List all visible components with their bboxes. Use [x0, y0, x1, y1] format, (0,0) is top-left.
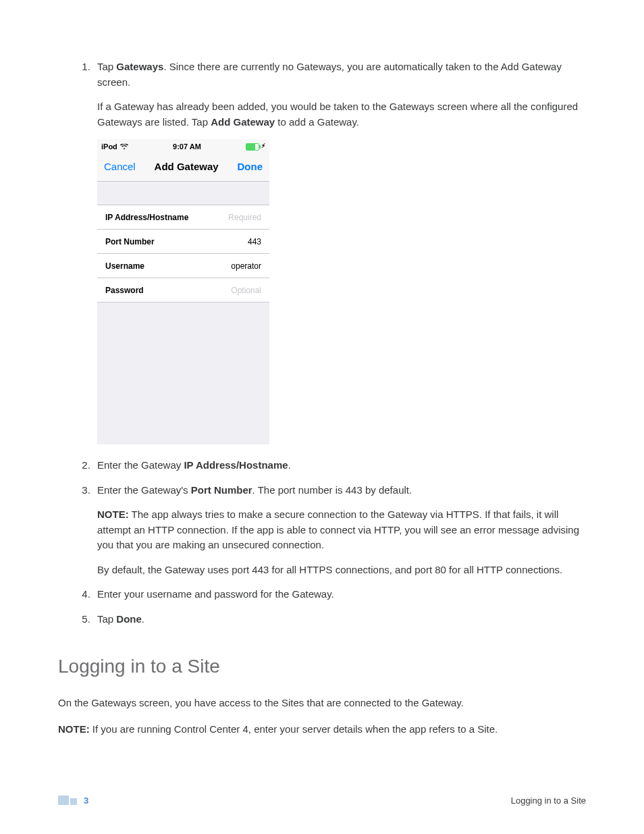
status-bar: iPod 9:07 AM ⚡︎ [97, 139, 269, 153]
text: Enter the Gateway's [97, 484, 191, 496]
field-password-placeholder: Optional [231, 284, 261, 296]
gateway-form: IP Address/Hostname Required Port Number… [97, 205, 269, 303]
form-spacer [97, 182, 269, 205]
field-ip[interactable]: IP Address/Hostname Required [97, 205, 269, 230]
section-heading-logging-in: Logging in to a Site [58, 652, 586, 681]
status-left: iPod [101, 141, 128, 153]
bold-done: Done [116, 613, 142, 625]
field-ip-label: IP Address/Hostname [105, 211, 188, 224]
field-username-value: operator [231, 260, 261, 272]
step-4: Enter your username and password for the… [93, 587, 586, 602]
status-right: ⚡︎ [246, 142, 265, 151]
step-3-note: NOTE: The app always tries to make a sec… [97, 507, 586, 553]
text: Enter the Gateway [97, 459, 184, 471]
field-username-label: Username [105, 260, 144, 272]
step-3-text: Enter the Gateway's Port Number. The por… [97, 483, 586, 498]
done-button[interactable]: Done [237, 159, 263, 175]
cancel-button[interactable]: Cancel [104, 159, 136, 175]
charging-icon: ⚡︎ [261, 142, 265, 151]
field-port[interactable]: Port Number 443 [97, 230, 269, 254]
field-username[interactable]: Username operator [97, 254, 269, 278]
field-ip-placeholder: Required [228, 211, 261, 224]
step-3-text-b: By default, the Gateway uses port 443 fo… [97, 563, 586, 578]
footer-left: 3 [58, 794, 88, 808]
field-password[interactable]: Password Optional [97, 278, 269, 302]
text: . Since there are currently no Gateways,… [97, 61, 562, 88]
step-2: Enter the Gateway IP Address/Hostname. [93, 458, 586, 473]
footer-section-title: Logging in to a Site [511, 794, 586, 808]
step-3: Enter the Gateway's Port Number. The por… [93, 483, 586, 578]
step-1: Tap Gateways. Since there are currently … [93, 59, 586, 444]
field-port-label: Port Number [105, 236, 155, 248]
nav-bar: Cancel Add Gateway Done [97, 153, 269, 182]
step-1-text-b: If a Gateway has already been added, you… [97, 99, 586, 130]
footer-logo-icon [58, 796, 77, 805]
section-paragraph-1: On the Gateways screen, you have access … [58, 696, 586, 711]
phone-screenshot: iPod 9:07 AM ⚡︎ Cancel [97, 139, 269, 444]
text: . The port number is 443 by default. [252, 484, 412, 496]
wifi-icon [120, 144, 128, 150]
text: Tap [97, 613, 116, 625]
text: . [142, 613, 144, 625]
note-text: The app always tries to make a secure co… [97, 509, 579, 550]
step-1-text: Tap Gateways. Since there are currently … [97, 59, 586, 90]
bold-port-number: Port Number [191, 484, 252, 496]
page-number: 3 [84, 794, 88, 808]
field-password-label: Password [105, 284, 144, 296]
text: Enter your username and password for the… [97, 588, 334, 600]
field-port-value: 443 [248, 236, 261, 248]
text: Tap [97, 61, 116, 72]
text: to add a Gateway. [275, 116, 359, 128]
section-note: NOTE: If you are running Control Center … [58, 722, 586, 737]
note-label: NOTE: [58, 723, 90, 735]
text: . [288, 459, 291, 471]
battery-icon [246, 143, 259, 151]
page-footer: 3 Logging in to a Site [58, 794, 586, 808]
bold-add-gateway: Add Gateway [211, 116, 275, 128]
bold-ip-hostname: IP Address/Hostname [184, 459, 288, 471]
carrier-label: iPod [101, 141, 117, 153]
status-time: 9:07 AM [173, 141, 201, 153]
step-5: Tap Done. [93, 612, 586, 627]
bold-gateways: Gateways [116, 61, 163, 72]
nav-title: Add Gateway [155, 159, 219, 175]
note-label: NOTE: [97, 509, 129, 520]
ordered-steps-list: Tap Gateways. Since there are currently … [58, 59, 586, 627]
note-text: If you are running Control Center 4, ent… [90, 723, 498, 735]
document-page: Tap Gateways. Since there are currently … [0, 0, 644, 834]
